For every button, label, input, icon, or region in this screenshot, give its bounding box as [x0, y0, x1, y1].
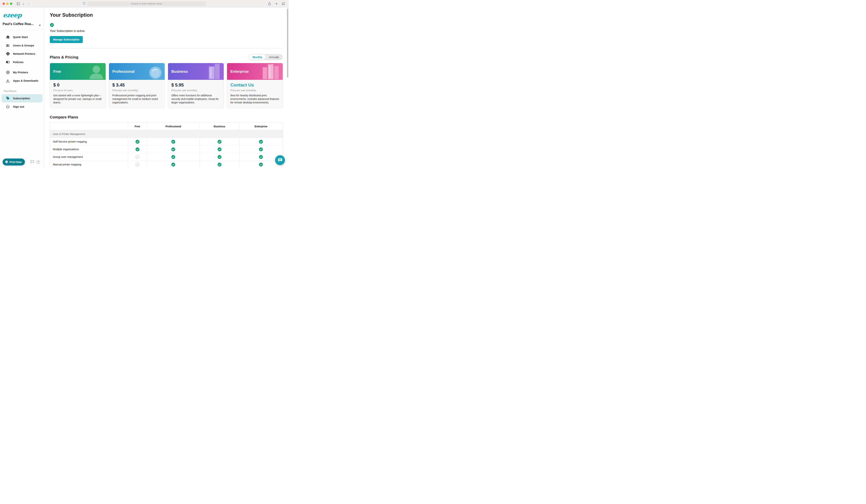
sidebar-item-policies[interactable]: Policies	[0, 58, 44, 66]
feature-column-header	[50, 123, 128, 130]
plan-price-contact-us[interactable]: Contact Us	[230, 82, 279, 88]
user-section-label: Paul Baron	[0, 85, 44, 94]
sidebar-item-apps-downloads[interactable]: Apps & Downloads	[0, 77, 44, 85]
feature-name: Manual printer mapping	[50, 161, 128, 168]
tag-icon	[6, 97, 10, 100]
billing-period-toggle: Monthly Annually	[248, 54, 283, 60]
check-icon-unavailable	[128, 153, 147, 161]
person-icon	[88, 65, 104, 80]
download-icon	[6, 79, 10, 82]
plan-description: Offers more functions for additional sec…	[171, 94, 220, 104]
plan-card-free: Free $ 0 For up to 10 users Get started …	[50, 63, 106, 108]
minimize-window-button[interactable]	[6, 3, 9, 5]
sidebar-item-label: Network Printers	[13, 52, 35, 55]
new-tab-icon[interactable]	[274, 1, 279, 6]
zoom-window-button[interactable]	[10, 3, 12, 5]
plan-subtitle: Price per user (monthly)	[230, 89, 279, 92]
chevron-down-icon: ▼	[38, 24, 41, 27]
compare-plans-title: Compare Plans	[50, 115, 283, 119]
plan-name: Free	[53, 69, 61, 74]
browser-chrome: ‹ ›	[0, 0, 289, 8]
plan-subtitle: For up to 10 users	[53, 89, 102, 92]
sidebar: ezeep Paul's Coffee Roa... ▼ Quick Start…	[0, 8, 44, 168]
feature-name: Group user management	[50, 153, 128, 161]
organization-selector[interactable]: Paul's Coffee Roa... ▼	[0, 19, 44, 30]
check-icon-available	[200, 161, 239, 168]
plan-name: Enterprise	[230, 69, 249, 74]
power-icon	[6, 105, 10, 109]
organization-name: Paul's Coffee Roa...	[3, 22, 34, 26]
forward-button[interactable]: ›	[26, 1, 31, 6]
back-button[interactable]: ‹	[21, 1, 26, 6]
compare-plans-table: Free Professional Business Enterprise Us…	[50, 122, 283, 168]
privacy-shield-icon[interactable]	[83, 2, 85, 5]
feature-name: Multiple organizations	[50, 146, 128, 153]
print-now-button[interactable]: Print Now	[3, 158, 25, 165]
column-header-free: Free	[128, 123, 147, 130]
plan-card-enterprise: Enterprise Contact Us Price per user (mo…	[227, 63, 283, 108]
toggle-icon	[6, 60, 10, 64]
section-divider	[50, 48, 283, 48]
close-window-button[interactable]	[3, 3, 5, 5]
plan-name: Professional	[112, 69, 135, 74]
sidebar-item-label: Subscription	[13, 97, 30, 100]
help-icon[interactable]: ?	[36, 160, 40, 164]
plan-description: Best for heavily distributed print envir…	[230, 94, 279, 104]
table-section-row: User & Printer Management	[50, 130, 283, 138]
check-icon-available	[239, 146, 283, 153]
check-icon-available	[239, 138, 283, 146]
sidebar-item-label: Quick Start	[13, 35, 28, 38]
traffic-lights	[3, 3, 12, 5]
sidebar-item-label: Sign out	[13, 105, 24, 108]
sidebar-item-users-groups[interactable]: Users & Groups	[0, 41, 44, 49]
page-title: Your Subscription	[50, 12, 283, 18]
toggle-monthly[interactable]: Monthly	[249, 55, 266, 60]
share-icon[interactable]	[267, 1, 272, 6]
sidebar-toggle-icon[interactable]	[15, 1, 21, 6]
check-icon-available	[200, 138, 239, 146]
address-search-input[interactable]	[87, 1, 206, 6]
print-now-label: Print Now	[10, 160, 22, 164]
table-header-row: Free Professional Business Enterprise	[50, 123, 283, 130]
sidebar-item-subscription[interactable]: Subscription	[1, 94, 43, 102]
manage-subscription-button[interactable]: Manage Subscription	[50, 36, 83, 43]
check-icon-available	[128, 146, 147, 153]
table-row: Multiple organizations	[50, 146, 283, 153]
sidebar-item-network-printers[interactable]: Network Printers	[0, 49, 44, 58]
plan-cards: Free $ 0 For up to 10 users Get started …	[50, 63, 283, 108]
main-content: Your Subscription Your Subscription is a…	[44, 8, 289, 168]
check-icon-available	[200, 153, 239, 161]
plan-card-business: Business $ 5.95 Price per user (monthly)…	[168, 63, 224, 108]
column-header-professional: Professional	[147, 123, 200, 130]
plan-name: Business	[171, 69, 188, 74]
subscription-status-text: Your Subscription is active.	[50, 29, 283, 33]
sidebar-item-quick-start[interactable]: Quick Start	[0, 33, 44, 41]
astronaut-helmet-icon	[147, 65, 163, 80]
printer-icon	[6, 52, 10, 56]
check-icon-unavailable	[128, 161, 147, 168]
tab-overview-icon[interactable]	[281, 1, 286, 6]
scrollbar-thumb[interactable]	[287, 9, 288, 78]
section-label: User & Printer Management	[50, 130, 283, 138]
check-icon-available	[147, 138, 200, 146]
sidebar-item-label: Policies	[13, 60, 24, 64]
table-row: Group user management	[50, 153, 283, 161]
plan-subtitle: Price per user (monthly)	[171, 89, 220, 92]
plan-price: $ 5.95	[171, 82, 220, 88]
plans-pricing-title: Plans & Pricing	[50, 55, 78, 59]
subscription-active-check-icon	[50, 23, 283, 28]
column-header-enterprise: Enterprise	[239, 123, 283, 130]
chat-widget-button[interactable]	[275, 155, 285, 165]
toggle-annually[interactable]: Annually	[266, 55, 282, 60]
check-icon-available	[128, 138, 147, 146]
home-icon	[6, 35, 10, 39]
plan-price: $ 3.45	[112, 82, 161, 88]
check-icon-available	[147, 161, 200, 168]
ezeep-logo: ezeep	[0, 8, 44, 19]
sidebar-item-sign-out[interactable]: Sign out	[0, 102, 44, 111]
sidebar-item-label: My Printers	[13, 71, 28, 74]
table-row: Manual printer mapping	[50, 161, 283, 168]
sidebar-item-my-printers[interactable]: My Printers	[0, 68, 44, 77]
feedback-chat-icon[interactable]	[31, 160, 34, 164]
plan-card-professional: Professional $ 3.45 Price per user (mont…	[109, 63, 165, 108]
